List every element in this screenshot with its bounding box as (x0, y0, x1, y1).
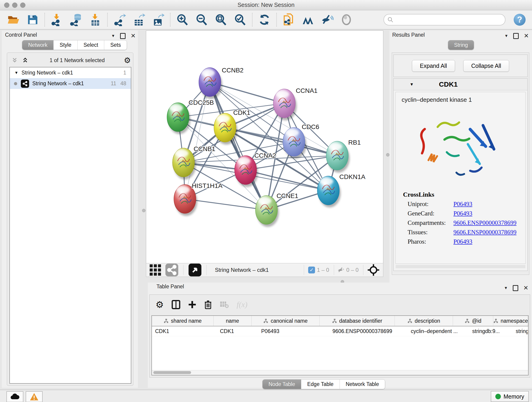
results-scrollbar[interactable] (396, 265, 525, 268)
gene-section-header[interactable]: ▼ CDK1 (394, 79, 527, 90)
import-network-file-button[interactable] (47, 12, 66, 27)
table-panel-menu-icon[interactable]: ▼ (504, 286, 508, 290)
scrollbar-thumb[interactable] (153, 371, 191, 374)
import-table-button[interactable] (86, 12, 105, 27)
column-header[interactable]: name (214, 316, 252, 326)
search-box (384, 14, 505, 26)
column-header[interactable]: canonical name (252, 316, 320, 326)
grid-mode-button[interactable] (146, 263, 163, 277)
network-node-CCNA1[interactable]: CCNA1 (273, 87, 317, 120)
table-options-gear-icon[interactable]: ⚙ (156, 300, 164, 309)
network-view-share-button[interactable] (163, 263, 181, 277)
zoom-out-button[interactable] (192, 12, 211, 27)
crosslink-genecard-link[interactable]: P06493 (453, 210, 472, 217)
table-panel-float-icon[interactable] (513, 285, 518, 291)
network-node-CCNE1[interactable]: CCNE1 (255, 192, 298, 227)
clone-network-button[interactable] (279, 12, 298, 27)
network-options-gear-icon[interactable]: ⚙ (124, 56, 131, 64)
results-panel-close-icon[interactable]: ✕ (524, 32, 529, 39)
network-panel-body: 1 of 1 Network selected ⚙ ▼ String Netwo… (7, 52, 133, 386)
warnings-button[interactable] (26, 391, 43, 402)
export-table-button[interactable] (129, 12, 148, 27)
cell-description[interactable]: cyclin–dependent ... (408, 326, 469, 336)
network-node-CDKN1A[interactable]: CDKN1A (317, 173, 365, 207)
right-splitter-handle[interactable] (386, 153, 389, 157)
cell-canonical-name[interactable]: P06493 (258, 326, 329, 336)
column-header[interactable]: database identifier (320, 316, 395, 326)
control-panel-close-icon[interactable]: ✕ (131, 32, 136, 39)
zoom-selected-button[interactable] (230, 12, 250, 27)
control-panel-menu-icon[interactable]: ▼ (111, 34, 115, 38)
expand-all-chevron-icon[interactable] (22, 57, 29, 64)
create-column-button[interactable] (188, 300, 196, 309)
cell-name[interactable]: CDK1 (217, 326, 258, 336)
fit-content-button[interactable] (211, 12, 230, 27)
import-network-database-button[interactable] (66, 12, 86, 27)
apply-layout-button[interactable] (255, 12, 274, 27)
network-edge-CCNB2-CCNE1[interactable] (210, 82, 266, 210)
network-canvas[interactable]: CCNB2CCNA1CDC25BCDK1CDC6RB1CCNB1CCNA2CDK… (146, 31, 383, 264)
export-image-button[interactable] (148, 12, 168, 27)
column-header[interactable]: description (395, 316, 453, 326)
network-graph[interactable]: CCNB2CCNA1CDC25BCDK1CDC6RB1CCNB1CCNA2CDK… (146, 31, 383, 263)
gene-expander-icon[interactable]: ▼ (410, 82, 414, 87)
network-node-CCNB2[interactable]: CCNB2 (199, 67, 244, 99)
network-node-CDC6[interactable]: CDC6 (283, 123, 319, 159)
network-row[interactable]: String Network – cdk1 11 48 (10, 78, 131, 89)
first-neighbors-button[interactable] (298, 12, 317, 27)
tab-style[interactable]: Style (54, 40, 77, 50)
network-node-CCNA2[interactable]: CCNA2 (234, 152, 276, 187)
save-session-button[interactable] (23, 12, 42, 27)
cell-shared-name[interactable]: CDK1 (152, 326, 217, 336)
selected-checkbox-icon[interactable]: ✓ (308, 267, 315, 274)
delete-column-button[interactable] (204, 300, 212, 309)
collapse-all-button[interactable]: Collapse All (463, 60, 509, 72)
cloud-status-button[interactable] (6, 391, 23, 402)
network-node-CDC25B[interactable]: CDC25B (167, 99, 214, 134)
export-network-button[interactable] (110, 12, 129, 27)
table-row[interactable]: CDK1 CDK1 P06493 9606.ENSP00000378699 cy… (152, 326, 528, 336)
crosslink-uniprot-link[interactable]: P06493 (453, 201, 472, 208)
birds-eye-view-button[interactable] (186, 263, 204, 277)
crosslink-label: Uniprot: (408, 201, 453, 208)
collapse-all-chevron-icon[interactable] (11, 57, 18, 64)
hide-selected-button[interactable] (317, 12, 337, 27)
zoom-in-button[interactable] (173, 12, 192, 27)
results-panel-menu-icon[interactable]: ▼ (504, 34, 508, 38)
cell-id[interactable]: stringdb:9... (469, 326, 513, 336)
expand-all-button[interactable]: Expand All (412, 60, 455, 72)
open-session-button[interactable] (4, 12, 23, 27)
control-panel-float-icon[interactable] (120, 33, 126, 39)
column-header[interactable]: shared name (152, 316, 214, 326)
table-panel-close-icon[interactable]: ✕ (523, 284, 528, 292)
network-node-CCNB1[interactable]: CCNB1 (172, 145, 215, 179)
crosslink-tissues-link[interactable]: 9606.ENSP00000378699 (453, 229, 516, 236)
tab-select[interactable]: Select (78, 40, 104, 50)
memory-button[interactable]: Memory (491, 391, 529, 402)
crosslink-pharos-link[interactable]: P06493 (453, 238, 472, 245)
search-input[interactable] (395, 16, 502, 23)
network-collection-row[interactable]: ▼ String Network – cdk1 1 (10, 67, 131, 78)
column-header[interactable]: namespace (493, 316, 528, 326)
fit-selected-button[interactable] (366, 263, 383, 277)
cell-database-identifier[interactable]: 9606.ENSP00000378699 (329, 326, 408, 336)
show-columns-button[interactable] (172, 300, 180, 309)
tab-network-table[interactable]: Network Table (340, 380, 385, 389)
network-node-HIST1H1A[interactable]: HIST1H1A (174, 182, 222, 216)
tab-network[interactable]: Network (22, 40, 54, 50)
cell-namespace[interactable]: stringdb (513, 326, 528, 336)
results-panel-float-icon[interactable] (513, 33, 519, 39)
collection-expander-icon[interactable]: ▼ (14, 70, 18, 75)
separator (334, 265, 334, 275)
column-header[interactable]: @id (453, 316, 493, 326)
left-splitter-handle[interactable] (142, 209, 146, 212)
show-all-button[interactable] (337, 12, 356, 27)
network-node-RB1[interactable]: RB1 (326, 139, 361, 172)
table-horizontal-scrollbar[interactable] (152, 370, 528, 375)
tab-edge-table[interactable]: Edge Table (301, 380, 340, 389)
tab-node-table[interactable]: Node Table (263, 380, 301, 389)
help-button[interactable]: ? (514, 14, 526, 26)
crosslink-compartments-link[interactable]: 9606.ENSP00000378699 (453, 219, 516, 226)
tab-string[interactable]: String (448, 40, 474, 50)
tab-sets[interactable]: Sets (104, 40, 127, 50)
